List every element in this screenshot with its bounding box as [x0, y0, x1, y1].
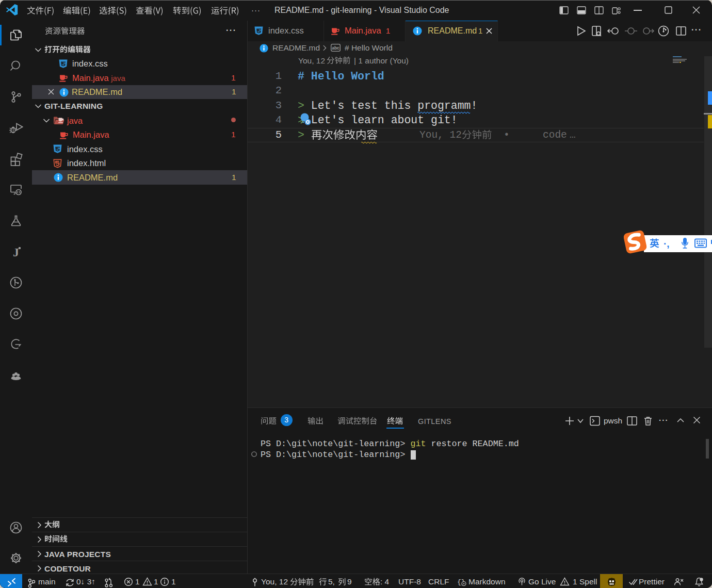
svg-text:abc: abc — [332, 45, 339, 51]
